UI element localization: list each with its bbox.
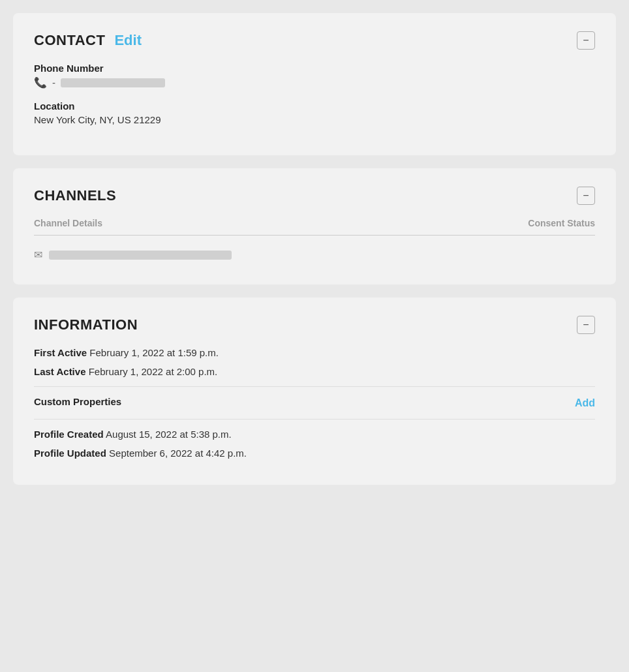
first-active-label: First Active (34, 347, 87, 358)
channel-details-col: Channel Details (34, 218, 102, 228)
channels-card-header: CHANNELS − (34, 187, 595, 205)
channels-collapse-button[interactable]: − (577, 187, 595, 205)
custom-properties-row: Custom Properties Add (34, 396, 595, 410)
information-card-header: INFORMATION − (34, 316, 595, 334)
information-title: INFORMATION (34, 316, 138, 333)
information-collapse-button[interactable]: − (577, 316, 595, 334)
minus-icon: − (583, 35, 589, 46)
last-active-value: February 1, 2022 at 2:00 p.m. (89, 366, 218, 377)
minus-icon-info: − (583, 320, 589, 330)
profile-created-value: August 15, 2022 at 5:38 p.m. (106, 429, 232, 440)
profile-updated-label: Profile Updated (34, 448, 106, 459)
contact-card-header: CONTACT Edit − (34, 31, 595, 50)
phone-row: 📞 - (34, 76, 595, 89)
channels-title: CHANNELS (34, 187, 116, 204)
custom-properties-label: Custom Properties (34, 396, 121, 407)
information-card: INFORMATION − First Active February 1, 2… (13, 298, 616, 485)
profile-updated-value: September 6, 2022 at 4:42 p.m. (109, 448, 247, 459)
email-icon: ✉ (34, 249, 42, 261)
contact-title: CONTACT (34, 32, 105, 49)
first-active-row: First Active February 1, 2022 at 1:59 p.… (34, 347, 595, 358)
location-value: New York City, NY, US 21229 (34, 114, 595, 125)
profile-created-row: Profile Created August 15, 2022 at 5:38 … (34, 429, 595, 440)
last-active-label: Last Active (34, 366, 85, 377)
profile-created-label: Profile Created (34, 429, 104, 440)
contact-title-row: CONTACT Edit (34, 32, 142, 49)
profile-updated-row: Profile Updated September 6, 2022 at 4:4… (34, 448, 595, 459)
consent-status-col: Consent Status (528, 218, 595, 228)
phone-icon: 📞 (34, 76, 47, 89)
channel-row: ✉ (34, 243, 595, 266)
divider-2 (34, 419, 595, 420)
phone-dash: - (52, 77, 55, 88)
add-custom-property-link[interactable]: Add (575, 397, 595, 409)
phone-label: Phone Number (34, 63, 595, 74)
first-active-value: February 1, 2022 at 1:59 p.m. (89, 347, 219, 358)
channels-table-header: Channel Details Consent Status (34, 218, 595, 236)
contact-collapse-button[interactable]: − (577, 31, 595, 50)
location-label: Location (34, 100, 595, 112)
edit-contact-link[interactable]: Edit (114, 32, 142, 49)
divider-1 (34, 386, 595, 387)
email-redacted (49, 251, 232, 260)
minus-icon-channels: − (583, 191, 589, 201)
last-active-row: Last Active February 1, 2022 at 2:00 p.m… (34, 366, 595, 377)
phone-redacted (61, 78, 165, 87)
contact-card: CONTACT Edit − Phone Number 📞 - Location… (13, 13, 616, 155)
channels-card: CHANNELS − Channel Details Consent Statu… (13, 168, 616, 284)
